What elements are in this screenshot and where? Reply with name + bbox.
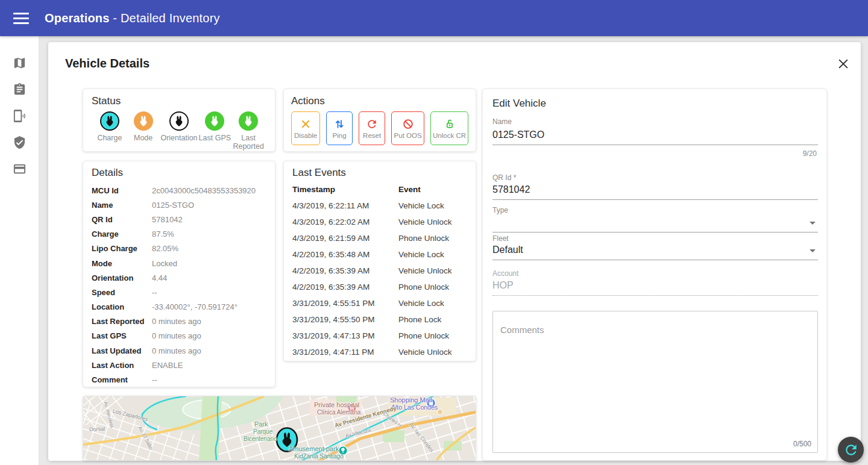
edit-vehicle-title: Edit Vehicle bbox=[492, 98, 546, 110]
app-header: Operations - Detailed Inventory bbox=[0, 0, 868, 36]
actions-card: Actions Disable Ping Reset Put OOS Unloc… bbox=[283, 89, 476, 152]
block-icon bbox=[402, 118, 414, 130]
map-icon bbox=[13, 56, 27, 70]
vehicle-location-map[interactable]: H Dorsal Av. Recoleta Los Zapadores Av. … bbox=[83, 396, 476, 461]
x-icon bbox=[300, 118, 312, 130]
page-title: Operations - Detailed Inventory bbox=[45, 11, 220, 25]
qr-id-field-label: QR Id * bbox=[492, 173, 516, 182]
qr-id-field[interactable] bbox=[492, 184, 818, 200]
comments-char-counter: 0/500 bbox=[793, 440, 811, 448]
detail-row-qr-id: QR Id5781042 bbox=[92, 212, 266, 226]
event-row: 3/31/2019, 4:55:51 PMVehicle Lock bbox=[292, 295, 467, 311]
event-row: 4/2/2019, 6:35:39 AMPhone Unlock bbox=[292, 279, 467, 295]
detail-row-last-reported: Last Reported0 minutes ago bbox=[92, 314, 266, 329]
detail-row-lipo-charge: Lipo Charge82.05% bbox=[92, 242, 266, 256]
unlock-cr-button[interactable]: Unlock CR bbox=[430, 111, 468, 145]
reset-button[interactable]: Reset bbox=[359, 111, 385, 145]
actions-title: Actions bbox=[291, 95, 468, 107]
menu-icon[interactable] bbox=[7, 6, 35, 30]
panel-title: Vehicle Details bbox=[65, 57, 149, 70]
status-last-reported: Last Reported bbox=[231, 111, 265, 151]
fleet-select[interactable]: Default bbox=[492, 245, 818, 260]
put-oos-button[interactable]: Put OOS bbox=[391, 111, 424, 145]
sidebar bbox=[0, 36, 39, 465]
event-row: 4/3/2019, 6:21:59 AMPhone Unlock bbox=[292, 230, 467, 246]
detail-row-name: Name0125-STGO bbox=[92, 198, 266, 212]
status-last-gps: Last GPS bbox=[198, 111, 231, 151]
status-mode: Mode bbox=[127, 111, 160, 151]
detail-row-last-action: Last ActionENABLE bbox=[92, 358, 266, 372]
shield-check-icon bbox=[13, 136, 27, 149]
detail-row-mcu-id: MCU Id2c0043000c50483553353920 bbox=[92, 183, 266, 198]
map-label: Parque bbox=[253, 429, 272, 435]
map-label: Bicentenario bbox=[244, 436, 277, 442]
map-label: Amusement park bbox=[289, 446, 339, 452]
map-label: Shopping Mall bbox=[390, 397, 432, 404]
detail-row-comment: Comment-- bbox=[92, 372, 266, 387]
event-row: 4/3/2019, 6:22:11 AMVehicle Lock bbox=[292, 198, 467, 214]
sidebar-item-tasks[interactable] bbox=[7, 76, 31, 102]
fleet-field-label: Fleet bbox=[492, 234, 509, 243]
name-field-label: Name bbox=[492, 117, 512, 126]
comments-textarea[interactable] bbox=[493, 311, 817, 452]
refresh-icon bbox=[843, 442, 859, 458]
map-label: Alto Las Condes bbox=[391, 404, 438, 411]
status-charge: Charge bbox=[93, 111, 127, 151]
sidebar-item-map[interactable] bbox=[7, 49, 31, 76]
detail-row-last-updated: Last Updated0 minutes ago bbox=[92, 343, 266, 358]
name-char-counter: 9/20 bbox=[803, 149, 817, 158]
orientation-bunny-icon bbox=[169, 111, 189, 131]
status-orientation: Orientation bbox=[160, 111, 198, 151]
last-events-card: Last Events Timestamp Event 4/3/2019, 6:… bbox=[283, 161, 476, 361]
event-row: 3/31/2019, 4:55:50 PMPhone Lock bbox=[292, 311, 467, 328]
sidebar-item-devices[interactable] bbox=[7, 102, 31, 129]
lock-open-icon bbox=[444, 118, 456, 130]
detail-row-speed: Speed-- bbox=[92, 285, 266, 299]
detail-row-mode: ModeLocked bbox=[92, 256, 266, 270]
event-row: 3/31/2019, 4:47:13 PMPhone Unlock bbox=[292, 328, 467, 344]
event-row: 4/2/2019, 6:35:39 AMVehicle Unlock bbox=[292, 263, 467, 279]
details-title: Details bbox=[92, 167, 266, 179]
refresh-fab[interactable] bbox=[838, 437, 864, 463]
details-card: Details MCU Id2c0043000c50483553353920 N… bbox=[83, 161, 275, 387]
account-field-disabled: HOP bbox=[492, 280, 818, 296]
last-events-title: Last Events bbox=[292, 167, 467, 179]
event-row: 4/3/2019, 6:22:02 AMVehicle Unlock bbox=[292, 214, 467, 230]
type-field-label: Type bbox=[492, 206, 508, 214]
vehicle-details-panel: Vehicle Details Status Charge Mode Orien… bbox=[48, 42, 861, 461]
name-field[interactable] bbox=[492, 130, 818, 145]
sidebar-item-security[interactable] bbox=[7, 129, 31, 155]
close-icon bbox=[837, 57, 850, 70]
account-field-label: Account bbox=[492, 269, 518, 278]
map-label: Private hospital bbox=[314, 402, 359, 408]
clipboard-icon bbox=[13, 83, 27, 96]
last-reported-bunny-icon bbox=[239, 111, 258, 131]
refresh-icon bbox=[366, 118, 378, 130]
chevron-down-icon bbox=[810, 249, 816, 252]
detail-row-location: Location-33.40002°, -70.591724° bbox=[92, 300, 266, 314]
last-gps-bunny-icon bbox=[205, 111, 224, 131]
type-select[interactable] bbox=[492, 217, 818, 232]
map-label: Clínica Alemana bbox=[317, 410, 360, 416]
disable-button[interactable]: Disable bbox=[291, 111, 320, 145]
ping-button[interactable]: Ping bbox=[326, 111, 353, 145]
map-label: Park bbox=[254, 421, 268, 428]
comments-box: 0/500 bbox=[492, 311, 818, 453]
event-row: 4/2/2019, 6:35:48 AMVehicle Lock bbox=[292, 246, 467, 263]
status-card: Status Charge Mode Orientation Last GPS … bbox=[83, 89, 275, 152]
map-label: Dorsal bbox=[89, 426, 105, 432]
status-title: Status bbox=[92, 95, 266, 107]
detail-row-orientation: Orientation4.44 bbox=[92, 270, 266, 285]
phone-ring-icon bbox=[13, 109, 27, 123]
mode-bunny-icon bbox=[134, 111, 153, 131]
edit-vehicle-card: Edit Vehicle Name 9/20 QR Id * Type Flee… bbox=[482, 89, 827, 461]
event-row: 3/31/2019, 4:47:11 PMVehicle Unlock bbox=[292, 344, 467, 360]
map-label: KidZania Santiago bbox=[294, 454, 344, 460]
credit-card-icon bbox=[13, 162, 27, 176]
events-header: Timestamp Event bbox=[292, 185, 467, 194]
arrows-up-down-icon bbox=[333, 118, 345, 130]
close-button[interactable] bbox=[835, 57, 851, 72]
sidebar-item-payments[interactable] bbox=[7, 155, 31, 182]
chevron-down-icon bbox=[810, 222, 816, 225]
charge-bunny-icon bbox=[100, 111, 119, 131]
